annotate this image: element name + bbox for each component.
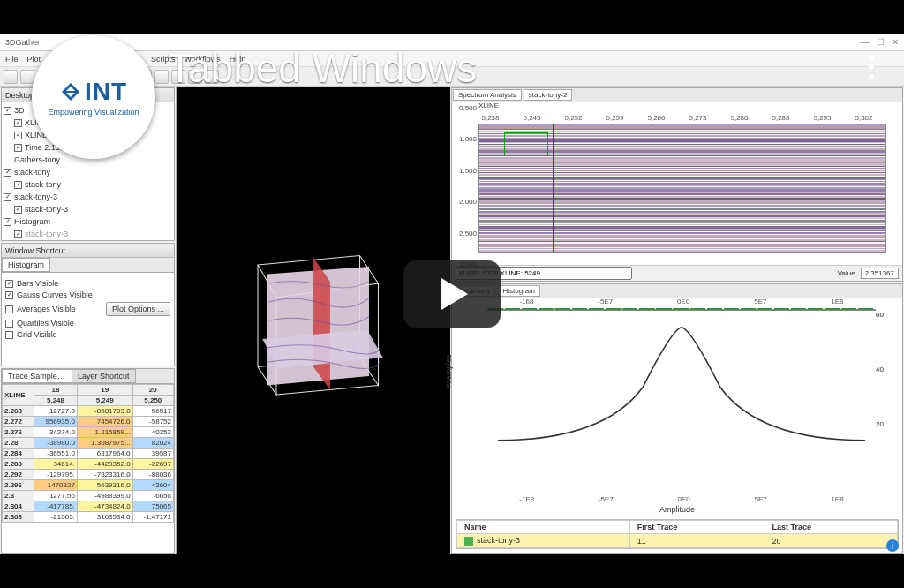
- svg-rect-2: [63, 91, 79, 93]
- brand-tagline: Empowering Visualization: [49, 108, 139, 117]
- play-icon: [441, 278, 468, 310]
- more-options-button[interactable]: [869, 55, 874, 79]
- brand-logo-icon: INT: [60, 78, 127, 106]
- video-overlay: INT Empowering Visualization Tabbed Wind…: [0, 0, 904, 588]
- channel-avatar[interactable]: INT Empowering Visualization: [32, 35, 155, 159]
- play-button[interactable]: [403, 260, 501, 328]
- video-title: Tabbed Windows: [168, 44, 477, 92]
